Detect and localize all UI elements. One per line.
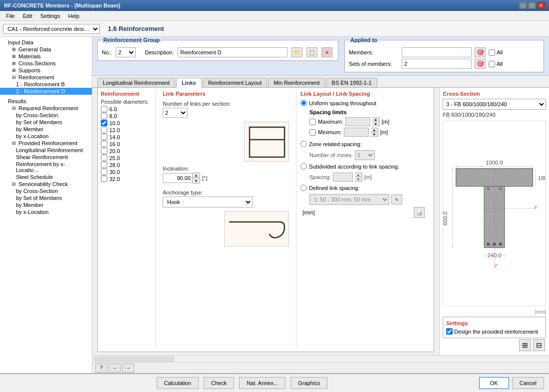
sidebar-item-reinf-b[interactable]: 1 - Reinforcement B [0,81,92,88]
diameter-check-0[interactable] [101,106,107,112]
design-check-label[interactable]: Design the provided reinforcement [446,328,543,335]
diameter-check-7[interactable] [101,155,107,161]
sidebar-item-steel-schedule[interactable]: Steel Schedule [0,174,92,181]
diameter-check-8[interactable] [101,162,107,168]
export-btn[interactable]: 📊 [414,207,425,218]
inclination-up[interactable]: ▲ [193,173,200,178]
ok-button[interactable]: OK [479,377,509,389]
sidebar-item-svc-member[interactable]: by Member [0,201,92,208]
defined-radio[interactable]: Defined link spacing: [300,185,427,191]
zone-radio[interactable]: Zone related spacing: [300,141,427,147]
sidebar-item-svc-x[interactable]: by x-Location [0,208,92,215]
sidebar-item-supports[interactable]: ⊞ Supports [0,67,92,74]
min-check[interactable] [309,129,316,136]
close-button[interactable]: ✕ [537,2,545,9]
diameters-list: 6.08.010.012.014.016.020.025.028.030.032… [101,106,152,182]
sidebar-item-svc-set[interactable]: by Set of Members [0,195,92,201]
tab-reinf-layout[interactable]: Reinforcement Layout [203,78,268,87]
sidebar-item-general[interactable]: ⊞ General Data [0,46,92,53]
inclination-input[interactable] [163,173,193,183]
zone-sub-select[interactable]: 3 [355,150,375,160]
next-btn[interactable]: → [122,364,134,373]
diameter-check-1[interactable] [101,113,107,119]
tab-links[interactable]: Links [176,78,202,88]
spacing-down[interactable]: ▼ [355,177,362,181]
links-per-section-select[interactable]: 2 1 3 4 [163,108,188,118]
max-up[interactable]: ▲ [372,118,379,122]
sidebar-item-svc-cross[interactable]: by Cross-Section [0,188,92,195]
rg-folder-btn[interactable]: 📁 [291,47,302,57]
sidebar-item-required-reinf[interactable]: ⊟ Required Reinforcement [0,105,92,112]
at-members-input[interactable] [402,47,472,57]
calc-button[interactable]: Calculation [157,377,199,389]
defined-select[interactable]: 1: 50 - 300 mm, 50 mm [309,194,389,205]
help-btn[interactable]: ? [95,364,107,373]
sidebar-item-reinf-by-x[interactable]: Reinforcement by x-Locatio… [0,161,92,174]
nat-annex-button[interactable]: Nat. Annex... [239,377,285,389]
prev-btn[interactable]: ← [109,364,121,373]
diameter-check-6[interactable] [101,148,107,154]
design-check[interactable] [446,328,453,335]
rg-no-input[interactable]: 2 [116,47,136,57]
at-sets-pick-btn[interactable]: 🎯 [475,59,486,69]
sidebar-item-shear-reinf[interactable]: Shear Reinforcement [0,154,92,161]
diameter-check-2[interactable] [101,120,107,126]
graphics-button[interactable]: Graphics [290,377,327,389]
at-sets-label: Sets of members: [349,61,399,67]
anchorage-select[interactable]: Hook Straight Bend [163,196,253,207]
tab-longitudinal[interactable]: Longitudinal Reinforcement [97,78,175,87]
max-check[interactable] [309,119,316,125]
min-input[interactable] [344,128,369,137]
at-members-all-check[interactable]: All [489,49,503,56]
sidebar-item-by-x-location[interactable]: by x-Location [0,133,92,140]
cs-icon-btn2[interactable]: ⊟ [533,339,545,351]
cs-dropdown[interactable]: 3 - FB 600/1000/180/240 [443,99,546,110]
sidebar-item-reinforcement[interactable]: ⊟ Reinforcement [0,74,92,81]
sidebar-item-reinf-d[interactable]: 2 - Reinforcement D [0,88,92,95]
menu-edit[interactable]: Edit [19,12,36,20]
at-sets-all-check[interactable]: All [489,61,503,67]
maximize-button[interactable]: □ [528,2,536,9]
subdivided-radio[interactable]: Subdivided according to link spacing: [300,163,427,170]
inclination-down[interactable]: ▼ [193,178,200,183]
spacing-up[interactable]: ▲ [355,173,362,177]
diameter-check-3[interactable] [101,127,107,133]
menu-help[interactable]: Help [64,12,83,20]
diameter-label-8: 28.0 [109,162,120,168]
at-members-pick-btn[interactable]: 🎯 [475,47,486,57]
sidebar-item-materials[interactable]: ⊞ Materials [0,53,92,60]
sidebar-item-by-set-members[interactable]: by Set of Members [0,119,92,126]
sidebar-item-long-reinf[interactable]: Longitudinal Reinforcement [0,147,92,154]
check-button[interactable]: Check [204,377,234,389]
min-down[interactable]: ▼ [371,132,378,136]
menu-settings[interactable]: Settings [36,12,64,20]
diameter-check-10[interactable] [101,176,107,182]
tab-min-reinf[interactable]: Min Reinforcement [268,78,325,87]
sidebar-item-by-member[interactable]: by Member [0,126,92,133]
sidebar-item-serviceability[interactable]: ⊟ Serviceability Check [0,181,92,188]
case-dropdown[interactable]: CA1 - Reinforced concrete desi… [3,24,100,34]
rg-delete-btn[interactable]: ✕ [321,47,332,57]
diameter-check-9[interactable] [101,169,107,175]
min-up[interactable]: ▲ [371,128,378,132]
scroll-thumb[interactable] [94,357,174,362]
sidebar-item-provided-reinf[interactable]: ⊟ Provided Reinforcement [0,140,92,147]
defined-edit-btn[interactable]: ✎ [391,195,402,204]
diameter-check-4[interactable] [101,134,107,140]
sidebar-item-by-cross-section[interactable]: by Cross-Section [0,112,92,119]
at-sets-input[interactable] [402,59,472,69]
tab-bs-en[interactable]: BS EN 1992-1-1 [326,78,377,87]
menu-file[interactable]: File [2,12,19,20]
cs-icon-btn1[interactable]: ⊞ [519,339,531,351]
min-unit: [m] [380,129,388,135]
spacing-sub-input[interactable] [333,173,353,182]
rg-copy-btn[interactable]: 📋 [306,47,317,57]
cancel-button[interactable]: Cancel [512,377,544,389]
diameter-check-5[interactable] [101,141,107,147]
minimize-button[interactable]: − [519,2,527,9]
max-down[interactable]: ▼ [372,122,379,126]
max-input[interactable] [345,117,370,126]
sidebar-item-cross-sections[interactable]: ⊞ Cross-Sections [0,60,92,67]
rg-desc-input[interactable] [178,47,287,57]
uniform-radio[interactable]: Uniform spacing throughout [300,100,427,106]
